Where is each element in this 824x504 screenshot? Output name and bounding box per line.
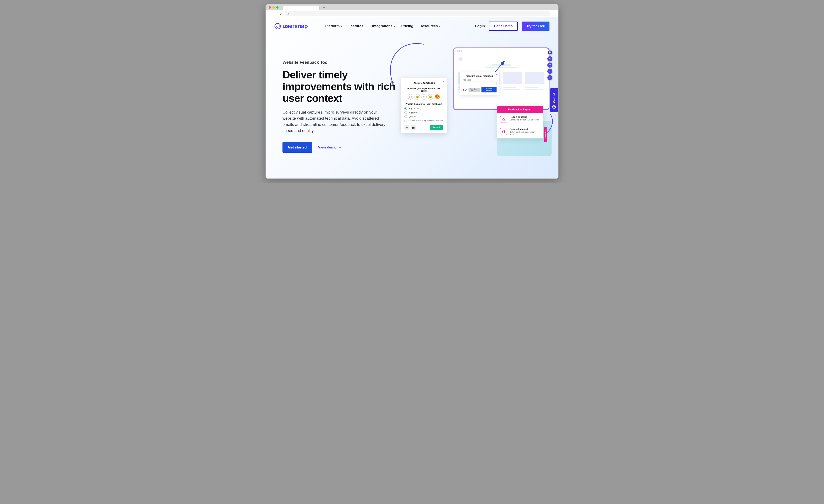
mock-dot-icon (456, 50, 458, 52)
rating-angry-icon[interactable]: ☹ (408, 94, 413, 100)
item-desc: Something broken? Let us know! (510, 119, 539, 121)
get-demo-button[interactable]: Get a Demo (489, 21, 518, 31)
browser-tab-bar: + (266, 4, 558, 10)
hide-tool-icon[interactable]: 👁 (547, 75, 552, 80)
hero-description: Collect visual captures, micro surveys d… (283, 109, 389, 134)
hero-text: Website Feedback Tool Deliver timely imp… (283, 47, 405, 164)
request-support-item[interactable]: Request support Get in touch with our su… (497, 125, 543, 138)
arrow-tool-icon[interactable]: ↖ (547, 69, 552, 74)
item-title: Request support (510, 128, 540, 130)
capture-actions: 🎤 Recording 1:35 Submit feedback (462, 87, 497, 93)
rating-love-icon[interactable]: 😍 (435, 94, 440, 100)
hero-eyebrow: Website Feedback Tool (283, 60, 405, 65)
feedback-support-popup: Feedback & Support Report an issue Somet… (497, 106, 543, 138)
camera-icon[interactable]: 📷 (411, 125, 416, 130)
svg-point-4 (503, 118, 505, 120)
radio-icon (404, 115, 407, 118)
mock-dot-icon (459, 50, 460, 52)
report-issue-item[interactable]: Report an issue Something broken? Let us… (497, 113, 543, 125)
question-label: What is the nature of your feedback? (404, 103, 443, 105)
consent-checkbox[interactable]: I consent to access my account for this … (404, 119, 443, 122)
window-maximize-icon[interactable] (276, 6, 279, 9)
popup-title: Issue & feedback (404, 81, 443, 85)
comment-tool-icon[interactable]: 💬 (547, 50, 552, 55)
nav-integrations[interactable]: Integrations▾ (372, 24, 395, 28)
hero-actions: Get started View demo→ (283, 142, 405, 153)
mic-icon[interactable]: 🎤 (465, 89, 468, 91)
pen-tool-icon[interactable]: ✎ (547, 56, 552, 61)
rating-neutral-icon[interactable]: :| (421, 94, 427, 100)
nav-platform[interactable]: Platform▾ (325, 24, 342, 28)
chevron-down-icon: ▾ (394, 25, 395, 28)
arrow-right-icon: → (338, 145, 342, 149)
close-icon[interactable]: ✕ (496, 74, 498, 76)
back-icon[interactable]: ← (268, 12, 272, 15)
bug-icon (500, 116, 507, 123)
get-started-button[interactable]: Get started (283, 142, 312, 153)
capture-feedback-popup: ✕ Capture visual feedback Add a title 🎤 … (460, 72, 500, 95)
url-bar[interactable] (285, 11, 550, 16)
support-icon (552, 105, 556, 109)
question-label: How was your experience on this page? (404, 88, 443, 92)
svg-line-3 (494, 61, 504, 74)
reload-icon[interactable]: ⟳ (280, 12, 282, 15)
hero-visual: 💬 ✎ ▢ ↖ 👁 ✕ Capture visual feedback Add … (409, 47, 549, 164)
try-free-button[interactable]: Try for Free (522, 21, 549, 31)
checkbox-icon (404, 120, 407, 122)
feedback-side-tab[interactable]: Feedback (544, 127, 547, 142)
radio-bug-reporting[interactable]: Bug reporting (404, 107, 443, 110)
header-actions: Login Get a Demo Try for Free (475, 21, 549, 31)
radio-question[interactable]: Question (404, 115, 443, 118)
chevron-down-icon: ▾ (439, 25, 440, 28)
radio-suggestion[interactable]: Suggestion (404, 111, 443, 114)
close-icon[interactable]: ✕ (442, 80, 445, 83)
mock-dot-icon (461, 50, 462, 52)
browser-toolbar: ← → ⟳ ⋯ (266, 10, 558, 17)
field-label: Add a title (462, 79, 497, 81)
rating-happy-icon[interactable]: 🙂 (428, 94, 433, 100)
window-minimize-icon[interactable] (273, 6, 275, 9)
view-demo-link[interactable]: View demo→ (318, 145, 342, 149)
popup-footer: ▶ 📷 Submit (404, 125, 443, 130)
recording-chip: Recording 1:35 (469, 88, 481, 92)
radio-icon (404, 111, 407, 114)
rating-sad-icon[interactable]: 🙁 (415, 94, 420, 100)
logo-text: usersnap (283, 23, 308, 29)
page-content: usersnap Platform▾ Features▾ Integration… (266, 17, 558, 178)
browser-window: + ← → ⟳ ⋯ usersnap Platform▾ Features▾ I… (266, 4, 558, 178)
issue-feedback-popup: ✕ Issue & feedback How was your experien… (401, 78, 447, 133)
svg-point-0 (287, 13, 289, 14)
more-menu-icon[interactable]: ⋯ (552, 12, 556, 16)
submit-button[interactable]: Submit (430, 125, 443, 130)
main-nav: Platform▾ Features▾ Integrations▾ Pricin… (325, 24, 440, 28)
item-title: Report an issue (510, 116, 539, 118)
annotation-toolbar: 💬 ✎ ▢ ↖ 👁 (547, 50, 552, 80)
browser-tab[interactable] (283, 6, 319, 10)
svg-line-1 (288, 14, 289, 15)
chevron-down-icon: ▾ (341, 25, 342, 28)
popup-title: Capture visual feedback (462, 75, 497, 77)
title-input[interactable] (462, 82, 497, 85)
hero-section: Website Feedback Tool Deliver timely imp… (266, 35, 558, 173)
logo-mark-icon (275, 23, 281, 29)
decorative-dot-icon (392, 81, 394, 84)
new-tab-icon[interactable]: + (323, 6, 325, 9)
nav-pricing[interactable]: Pricing (401, 24, 413, 28)
rating-row: ☹ 🙁 :| 🙂 😍 (404, 94, 443, 100)
get-help-tab[interactable]: Get Help (550, 88, 558, 112)
item-desc: Get in touch with our support team. (510, 131, 540, 136)
nav-resources[interactable]: Resources▾ (420, 24, 440, 28)
search-icon (287, 13, 289, 15)
nav-features[interactable]: Features▾ (348, 24, 366, 28)
square-tool-icon[interactable]: ▢ (547, 62, 552, 68)
logo[interactable]: usersnap (275, 23, 308, 29)
radio-icon (404, 107, 407, 110)
window-close-icon[interactable] (269, 6, 271, 9)
submit-feedback-button[interactable]: Submit feedback (482, 87, 497, 93)
chevron-down-icon: ▾ (365, 25, 366, 28)
record-icon[interactable] (462, 89, 464, 91)
video-icon[interactable]: ▶ (404, 125, 409, 130)
forward-icon: → (274, 12, 277, 15)
login-link[interactable]: Login (475, 24, 485, 28)
site-header: usersnap Platform▾ Features▾ Integration… (266, 17, 558, 35)
